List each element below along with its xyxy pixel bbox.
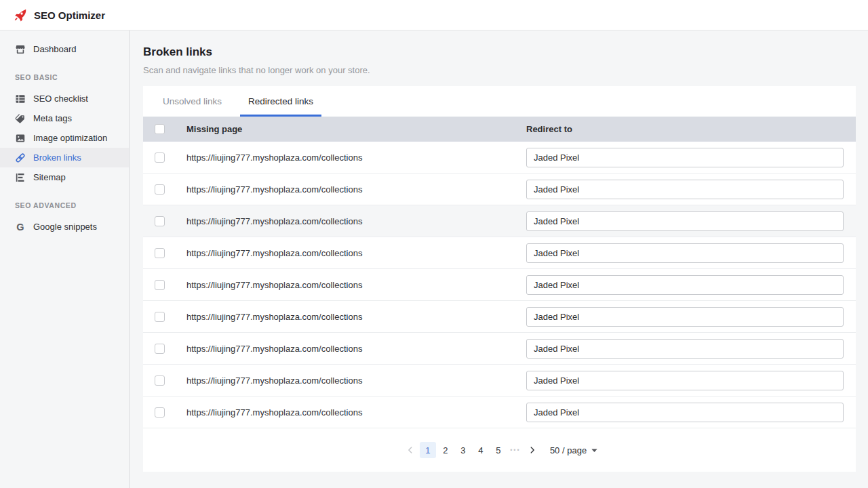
page-number-button-3[interactable]: 3	[455, 442, 471, 458]
page-number-button-2[interactable]: 2	[437, 442, 454, 458]
app-title: SEO Optimizer	[34, 9, 105, 21]
table-body: https://liujing777.myshoplaza.com/collec…	[143, 142, 856, 428]
row-checkbox[interactable]	[155, 216, 165, 226]
page-size-select[interactable]: 50 / page	[550, 445, 597, 455]
missing-page-url: https://liujing777.myshoplaza.com/collec…	[186, 184, 505, 195]
google-icon: G	[15, 222, 26, 232]
row-checkbox[interactable]	[155, 344, 165, 354]
table-row: https://liujing777.myshoplaza.com/collec…	[143, 142, 856, 174]
sidebar-item-google-snippets[interactable]: G Google snippets	[0, 217, 129, 237]
redirect-to-input[interactable]	[526, 339, 844, 359]
sidebar: Dashboard SEO BASIC SEO checklist Meta t…	[0, 30, 130, 488]
tab-label: Unsolved links	[163, 96, 222, 106]
image-icon	[15, 133, 26, 144]
table-row: https://liujing777.myshoplaza.com/collec…	[143, 301, 856, 333]
link-icon	[15, 152, 26, 163]
table-row: https://liujing777.myshoplaza.com/collec…	[143, 396, 856, 428]
main-content: Broken links Scan and navigate links tha…	[130, 30, 868, 488]
missing-page-url: https://liujing777.myshoplaza.com/collec…	[186, 407, 505, 418]
missing-page-url: https://liujing777.myshoplaza.com/collec…	[186, 344, 505, 354]
row-checkbox[interactable]	[155, 152, 165, 163]
page-size-label: 50 / page	[550, 445, 587, 455]
missing-page-url: https://liujing777.myshoplaza.com/collec…	[186, 152, 505, 163]
sidebar-item-label: Sitemap	[33, 172, 66, 182]
sidebar-item-dashboard[interactable]: Dashboard	[0, 39, 129, 59]
table-header: Missing page Redirect to	[143, 117, 856, 142]
table-row: https://liujing777.myshoplaza.com/collec…	[143, 205, 856, 237]
broken-links-card: Unsolved links Redirected links Missing …	[143, 86, 856, 472]
page-number-button-4[interactable]: 4	[473, 442, 489, 458]
row-checkbox[interactable]	[155, 248, 165, 258]
redirect-to-input[interactable]	[526, 371, 844, 390]
sidebar-item-label: Image optimization	[33, 133, 107, 143]
tab-bar: Unsolved links Redirected links	[143, 86, 856, 117]
tab-redirected-links[interactable]: Redirected links	[240, 86, 321, 117]
page-title: Broken links	[143, 45, 856, 59]
row-checkbox[interactable]	[155, 407, 165, 418]
redirect-to-input[interactable]	[526, 211, 844, 231]
table-row: https://liujing777.myshoplaza.com/collec…	[143, 333, 856, 365]
missing-page-url: https://liujing777.myshoplaza.com/collec…	[186, 312, 505, 322]
sidebar-item-sitemap[interactable]: Sitemap	[0, 167, 129, 187]
next-page-button[interactable]	[524, 442, 540, 458]
sidebar-item-label: Broken links	[33, 152, 81, 163]
rocket-logo-icon	[13, 8, 27, 22]
missing-page-url: https://liujing777.myshoplaza.com/collec…	[186, 248, 505, 258]
sidebar-item-label: SEO checklist	[33, 94, 88, 104]
tab-label: Redirected links	[248, 96, 313, 106]
previous-page-button[interactable]	[402, 442, 418, 458]
table-row: https://liujing777.myshoplaza.com/collec…	[143, 237, 856, 269]
sidebar-section-label: SEO ADVANCED	[0, 201, 129, 209]
redirect-to-input[interactable]	[526, 403, 844, 422]
table-row: https://liujing777.myshoplaza.com/collec…	[143, 174, 856, 205]
column-redirect-to: Redirect to	[526, 124, 844, 134]
missing-page-url: https://liujing777.myshoplaza.com/collec…	[186, 280, 505, 290]
sidebar-item-label: Google snippets	[33, 222, 97, 232]
page-number-button-5[interactable]: 5	[490, 442, 507, 458]
tab-unsolved-links[interactable]: Unsolved links	[155, 86, 230, 117]
sidebar-item-broken-links[interactable]: Broken links	[0, 148, 129, 167]
tags-icon	[15, 113, 26, 124]
sidebar-item-meta-tags[interactable]: Meta tags	[0, 108, 129, 128]
row-checkbox[interactable]	[155, 280, 165, 290]
redirect-to-input[interactable]	[526, 307, 844, 327]
sidebar-item-label: Dashboard	[33, 44, 77, 54]
sidebar-item-label: Meta tags	[33, 113, 72, 123]
redirect-to-input[interactable]	[526, 243, 844, 263]
missing-page-url: https://liujing777.myshoplaza.com/collec…	[186, 375, 505, 386]
chevron-right-icon	[528, 445, 537, 455]
sidebar-item-seo-checklist[interactable]: SEO checklist	[0, 89, 129, 108]
caret-down-icon	[591, 449, 597, 452]
redirect-to-input[interactable]	[526, 275, 844, 295]
storefront-icon	[15, 44, 26, 55]
top-bar: SEO Optimizer	[0, 0, 868, 30]
select-all-checkbox[interactable]	[155, 124, 165, 134]
checklist-icon	[15, 94, 26, 104]
column-missing-page: Missing page	[186, 124, 505, 134]
page-subtitle: Scan and navigate links that no longer w…	[143, 65, 856, 75]
missing-page-url: https://liujing777.myshoplaza.com/collec…	[186, 216, 505, 226]
sidebar-item-image-optimization[interactable]: Image optimization	[0, 128, 129, 148]
sitemap-icon	[15, 172, 26, 183]
row-checkbox[interactable]	[155, 375, 165, 386]
redirect-to-input[interactable]	[526, 180, 844, 199]
row-checkbox[interactable]	[155, 184, 165, 195]
sidebar-section-label: SEO BASIC	[0, 73, 129, 81]
row-checkbox[interactable]	[155, 312, 165, 322]
pagination: 1 2 3 4 5 ••• 50 / page	[143, 428, 856, 472]
page-number-button-1[interactable]: 1	[420, 442, 436, 458]
chevron-left-icon	[406, 445, 415, 455]
table-row: https://liujing777.myshoplaza.com/collec…	[143, 365, 856, 396]
table-row: https://liujing777.myshoplaza.com/collec…	[143, 269, 856, 301]
redirect-to-input[interactable]	[526, 148, 844, 167]
pagination-ellipsis[interactable]: •••	[507, 447, 524, 453]
